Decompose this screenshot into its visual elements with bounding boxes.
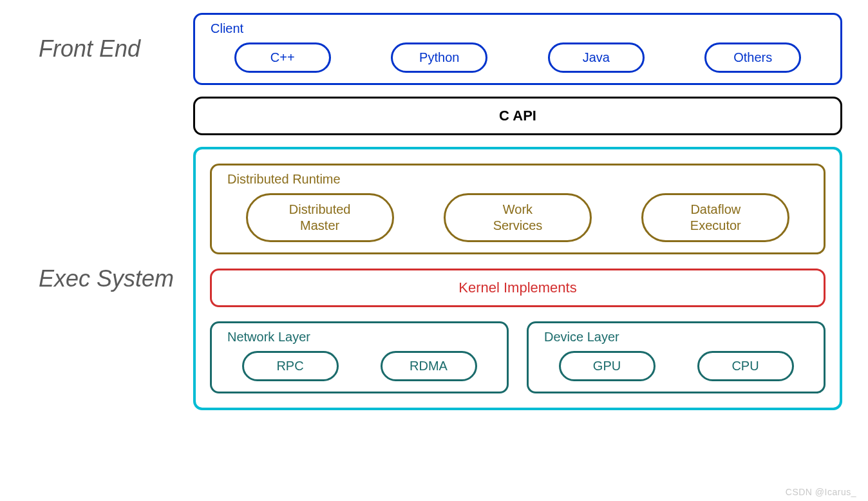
capi-title: C API	[195, 99, 840, 133]
client-item-java: Java	[548, 43, 645, 73]
bottom-layers: Network Layer RPC RDMA Device Layer GPU …	[210, 321, 826, 393]
runtime-box: Distributed Runtime DistributedMaster Wo…	[210, 164, 826, 254]
kernel-box: Kernel Implements	[210, 269, 826, 307]
capi-row: C API	[26, 97, 842, 135]
client-item-python: Python	[391, 43, 487, 73]
client-item-cpp: C++	[234, 43, 331, 73]
client-item-others: Others	[704, 43, 801, 73]
device-item-cpu: CPU	[697, 351, 794, 381]
kernel-title: Kernel Implements	[212, 270, 824, 305]
runtime-item-executor: DataflowExecutor	[641, 193, 789, 242]
front-end-row: Front End Client C++ Python Java Others	[26, 13, 842, 85]
network-box: Network Layer RPC RDMA	[210, 321, 509, 393]
exec-system-box: Distributed Runtime DistributedMaster Wo…	[193, 147, 842, 410]
runtime-item-master: DistributedMaster	[246, 193, 394, 242]
runtime-item-work: WorkServices	[444, 193, 592, 242]
exec-system-row: Exec System Distributed Runtime Distribu…	[26, 147, 842, 410]
network-title: Network Layer	[227, 330, 495, 345]
network-item-rpc: RPC	[242, 351, 339, 381]
exec-system-label: Exec System	[26, 265, 193, 292]
front-end-label: Front End	[26, 35, 193, 62]
runtime-title: Distributed Runtime	[227, 172, 812, 187]
capi-box: C API	[193, 97, 842, 135]
device-title: Device Layer	[544, 330, 812, 345]
network-item-rdma: RDMA	[381, 351, 477, 381]
device-box: Device Layer GPU CPU	[527, 321, 826, 393]
client-title: Client	[211, 21, 829, 36]
client-box: Client C++ Python Java Others	[193, 13, 842, 85]
device-item-gpu: GPU	[559, 351, 656, 381]
watermark: CSDN @Icarus_	[786, 487, 856, 497]
